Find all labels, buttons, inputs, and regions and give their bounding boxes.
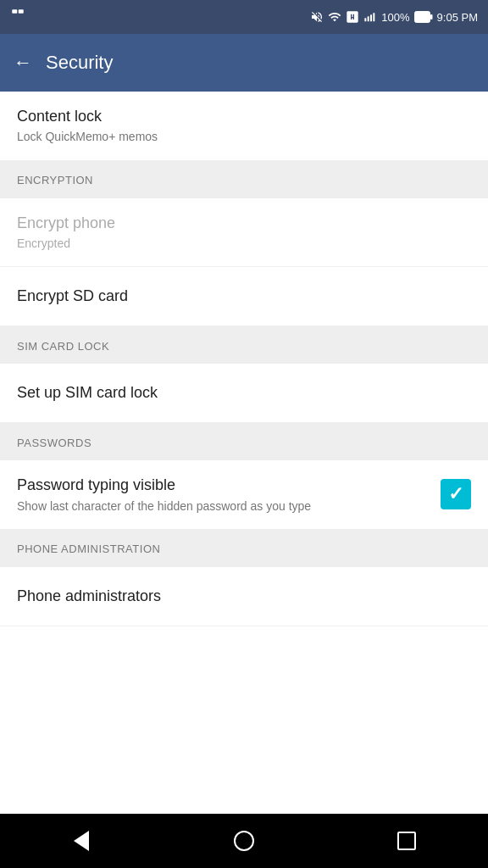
status-icons: 100% 9:05 PM: [310, 10, 478, 24]
bottom-navigation: [0, 814, 488, 868]
clock: 9:05 PM: [437, 11, 478, 24]
phone-admin-section-header: PHONE ADMINISTRATION: [0, 530, 488, 567]
passwords-header-label: PASSWORDS: [17, 437, 92, 449]
status-bar: 100% 9:05 PM: [0, 0, 488, 34]
encrypt-phone-text: Encrypt phone Encrypted: [17, 214, 471, 252]
nav-home-button[interactable]: [219, 815, 269, 866]
svg-rect-6: [414, 12, 430, 23]
password-typing-item[interactable]: Password typing visible Show last charac…: [0, 460, 488, 530]
encrypt-phone-title: Encrypt phone: [17, 214, 471, 233]
svg-rect-7: [430, 14, 433, 19]
svg-rect-0: [12, 9, 17, 14]
home-circle-icon: [234, 831, 254, 851]
phone-admins-text: Phone administrators: [17, 587, 471, 606]
signal-icon: [363, 10, 377, 24]
encrypt-sd-item[interactable]: Encrypt SD card: [0, 267, 488, 326]
encrypt-sd-title: Encrypt SD card: [17, 287, 471, 306]
sim-card-lock-text: Set up SIM card lock: [17, 383, 471, 403]
status-bar-left-icon: [10, 8, 25, 26]
sim-card-lock-title: Set up SIM card lock: [17, 383, 471, 403]
content-lock-title: Content lock: [17, 107, 471, 126]
sim-card-lock-section-header: SIM CARD LOCK: [0, 326, 488, 364]
wifi-icon: [328, 10, 341, 24]
sim-card-lock-item[interactable]: Set up SIM card lock: [0, 364, 488, 423]
sim-card-lock-header-label: SIM CARD LOCK: [17, 340, 109, 353]
nfc-icon: [346, 10, 359, 24]
password-typing-subtitle: Show last character of the hidden passwo…: [17, 498, 441, 514]
recents-square-icon: [397, 832, 416, 850]
battery-percent: 100%: [381, 11, 409, 24]
encrypt-sd-text: Encrypt SD card: [17, 287, 471, 306]
back-button[interactable]: ←: [14, 52, 32, 74]
encryption-header-label: ENCRYPTION: [17, 174, 93, 186]
encryption-section-header: ENCRYPTION: [0, 161, 488, 198]
svg-rect-4: [370, 14, 372, 21]
phone-admins-title: Phone administrators: [17, 587, 471, 606]
passwords-section-header: PASSWORDS: [0, 423, 488, 460]
svg-rect-3: [368, 16, 369, 21]
nav-back-button[interactable]: [56, 815, 107, 866]
content-lock-item[interactable]: Content lock Lock QuickMemo+ memos: [0, 92, 488, 161]
svg-rect-2: [365, 18, 367, 21]
svg-rect-5: [374, 13, 375, 21]
battery-icon: [414, 11, 433, 23]
svg-rect-1: [19, 9, 24, 14]
mute-icon: [310, 10, 324, 24]
content-lock-subtitle: Lock QuickMemo+ memos: [17, 129, 471, 144]
password-typing-title: Password typing visible: [17, 476, 441, 495]
app-bar: ← Security: [0, 34, 488, 92]
content-lock-text: Content lock Lock QuickMemo+ memos: [17, 107, 471, 145]
encrypt-phone-subtitle: Encrypted: [17, 236, 471, 251]
settings-content: Content lock Lock QuickMemo+ memos ENCRY…: [0, 92, 488, 814]
page-title: Security: [46, 52, 113, 74]
back-triangle-icon: [74, 831, 89, 851]
encrypt-phone-item: Encrypt phone Encrypted: [0, 198, 488, 268]
phone-admins-item[interactable]: Phone administrators: [0, 567, 488, 626]
nav-recents-button[interactable]: [381, 815, 432, 866]
password-typing-text: Password typing visible Show last charac…: [17, 476, 441, 514]
phone-admin-header-label: PHONE ADMINISTRATION: [17, 542, 160, 555]
password-typing-checkbox[interactable]: [441, 479, 471, 509]
